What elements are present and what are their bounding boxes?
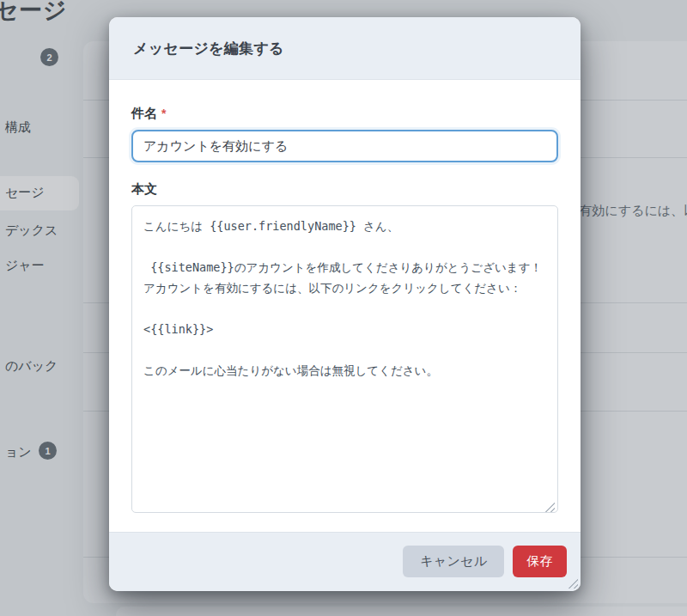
modal-header: メッセージを編集する	[109, 17, 581, 80]
body-label: 本文	[131, 181, 157, 198]
modal-resize-handle[interactable]	[568, 578, 578, 589]
body-label-row: 本文	[131, 181, 558, 198]
edit-message-modal: メッセージを編集する 件名 * 本文 こんにちは {{user.friendly…	[109, 17, 581, 591]
body-textarea-wrap: こんにちは {{user.friendlyName}} さん、 {{siteNa…	[131, 205, 558, 516]
cancel-button[interactable]: キャンセル	[403, 546, 504, 577]
subject-label-row: 件名 *	[131, 106, 558, 122]
modal-footer: キャンセル 保存	[109, 532, 581, 591]
modal-body: 件名 * 本文 こんにちは {{user.friendlyName}} さん、 …	[109, 80, 581, 532]
modal-title: メッセージを編集する	[133, 39, 556, 58]
subject-input[interactable]	[131, 130, 558, 162]
subject-label: 件名	[131, 106, 157, 122]
save-button[interactable]: 保存	[513, 546, 567, 577]
body-textarea[interactable]: こんにちは {{user.friendlyName}} さん、 {{siteNa…	[131, 205, 558, 513]
required-asterisk: *	[161, 107, 166, 120]
